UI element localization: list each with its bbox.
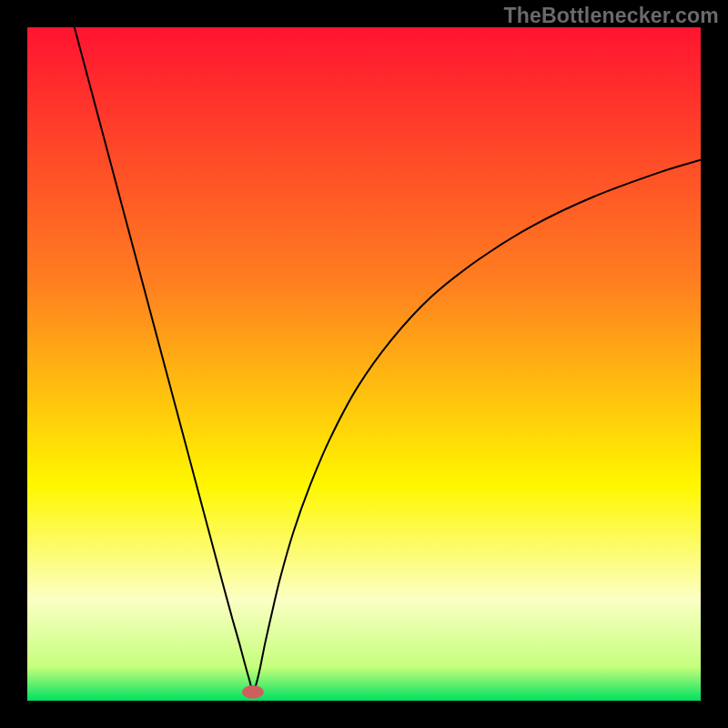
gradient-background [27, 27, 701, 701]
plot-area [27, 27, 701, 701]
optimum-marker [242, 685, 264, 699]
chart-svg [27, 27, 701, 701]
chart-container: TheBottlenecker.com [0, 0, 728, 728]
watermark-text: TheBottlenecker.com [504, 4, 719, 28]
